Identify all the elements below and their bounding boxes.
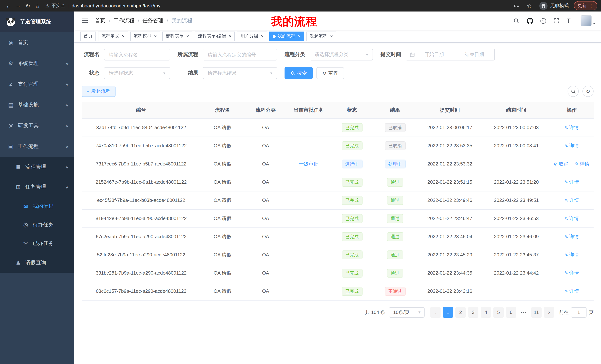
next-page-button[interactable]: ›	[544, 307, 554, 317]
detail-link[interactable]: ✎ 详情	[564, 197, 579, 203]
process-category: OA	[262, 161, 269, 167]
user-avatar-menu[interactable]: ▾	[581, 15, 595, 26]
page-size-select[interactable]: 10条/页 ▾	[389, 307, 425, 317]
grid-icon: ⊞	[15, 184, 21, 190]
sidebar-item-leave-query[interactable]: ♟ 请假查询	[0, 253, 74, 273]
search-button[interactable]: 搜索	[285, 67, 313, 79]
dashboard-icon: ◉	[7, 39, 14, 46]
create-process-button[interactable]: + 发起流程	[82, 86, 115, 97]
status-badge: 已完成	[341, 196, 362, 205]
current-task-link[interactable]: 一级审批	[299, 161, 318, 166]
status-select[interactable]: 请选择状态 ▾	[104, 67, 170, 79]
close-icon[interactable]: ×	[186, 34, 189, 38]
table-row: 3ad174fb-7b9d-11ec-8404-acde48001122 OA …	[82, 118, 594, 136]
page-jump-input[interactable]	[571, 307, 587, 317]
page-number-button[interactable]: 6	[506, 307, 516, 317]
detail-link[interactable]: ✎ 详情	[575, 161, 590, 167]
close-icon[interactable]: ×	[261, 34, 264, 38]
sidebar-item-my-process[interactable]: ✉ 我的流程	[0, 197, 74, 216]
page-tab[interactable]: 流程模型 ×	[130, 31, 160, 41]
breadcrumb-item[interactable]: 首页 /	[95, 18, 114, 24]
page-tab[interactable]: 首页	[80, 31, 96, 41]
result-label: 结果	[178, 70, 198, 77]
password-key-icon[interactable]	[513, 3, 519, 9]
sidebar-item-home[interactable]: ◉ 首页	[0, 32, 74, 53]
fullscreen-icon[interactable]	[553, 18, 559, 24]
sidebar-item-task-management[interactable]: ⊞ 任务管理 ∧	[0, 177, 74, 197]
detail-link[interactable]: ✎ 详情	[564, 142, 579, 149]
process-name: OA 请假	[214, 288, 231, 294]
submit-time-range-picker[interactable]: 开始日期 - 结束日期	[406, 49, 495, 60]
close-icon[interactable]: ×	[330, 34, 333, 38]
browser-update-menu[interactable]: 更新 ⋮	[574, 1, 597, 10]
sidebar-item-infrastructure[interactable]: ▤ 基础设施 ∨	[0, 95, 74, 115]
page-number-button[interactable]: 2	[455, 307, 466, 317]
breadcrumb-item[interactable]: 我的流程	[171, 18, 192, 24]
end-time: 2022-01-22 23:45:37	[494, 252, 539, 258]
process-name: OA 请假	[214, 234, 231, 239]
address-bar[interactable]: dashboard.yudao.iocoder.cn/bpm/task/my	[72, 3, 160, 8]
page-tab[interactable]: 流程表单-编辑 ×	[195, 31, 235, 41]
process-def-input[interactable]	[203, 49, 277, 60]
prev-page-button[interactable]: ‹	[430, 307, 441, 317]
detail-link[interactable]: ✎ 详情	[564, 288, 579, 294]
close-icon[interactable]: ×	[298, 34, 301, 38]
close-icon[interactable]: ×	[154, 34, 157, 38]
refresh-table-button[interactable]: ↻	[582, 86, 594, 97]
avatar[interactable]	[581, 15, 592, 26]
browser-back-button[interactable]: ←	[4, 1, 13, 10]
category-select[interactable]: 请选择流程分类 ▾	[310, 49, 373, 60]
browser-home-button[interactable]: ⌂	[33, 1, 42, 10]
page-number-button[interactable]: 1	[443, 307, 453, 317]
page-tab[interactable]: 用户分组 ×	[237, 31, 267, 41]
github-icon[interactable]	[527, 18, 533, 24]
browser-menu-dots-icon[interactable]: ⋮	[589, 3, 594, 9]
result-badge: 已取消	[385, 123, 405, 132]
page-number-button[interactable]: 5	[493, 307, 504, 317]
detail-link[interactable]: ✎ 详情	[564, 179, 579, 185]
detail-link[interactable]: ✎ 详情	[564, 124, 579, 131]
close-icon[interactable]: ×	[122, 34, 125, 38]
caret-down-icon: ▾	[593, 21, 595, 26]
page-number-button[interactable]: 4	[481, 307, 491, 317]
page-tab[interactable]: 流程表单 ×	[162, 31, 192, 41]
detail-link[interactable]: ✎ 详情	[564, 251, 579, 258]
close-icon[interactable]: ×	[229, 34, 232, 38]
browser-forward-button[interactable]: →	[13, 1, 23, 10]
result-select[interactable]: 请选择流结果 ▾	[203, 67, 277, 79]
page-tab[interactable]: 我的流程 ×	[269, 31, 304, 41]
browser-reload-button[interactable]: ↻	[23, 1, 33, 10]
page-number-button[interactable]: •••	[519, 307, 529, 317]
detail-link[interactable]: ✎ 详情	[564, 233, 579, 240]
detail-link[interactable]: ✎ 详情	[564, 269, 579, 276]
sidebar-item-devtools[interactable]: ⚒ 研发工具 ∨	[0, 115, 74, 136]
process-name-input[interactable]	[104, 49, 170, 60]
page-tab[interactable]: 流程定义 ×	[98, 31, 128, 41]
sidebar-item-todo-tasks[interactable]: ◎ 待办任务	[0, 216, 74, 234]
font-size-icon[interactable]: TT	[567, 18, 573, 24]
sidebar-item-workflow[interactable]: ▣ 工作流程 ∧	[0, 136, 74, 157]
filter-form: 流程名 所属流程 流程分类 请选择流程分类 ▾	[82, 49, 594, 79]
result-badge: 通过	[387, 268, 403, 277]
sidebar-item-system[interactable]: ⚙ 系统管理 ∨	[0, 53, 74, 74]
sidebar-toggle-button[interactable]	[80, 16, 89, 25]
breadcrumb-item[interactable]: 工作流程 /	[114, 18, 143, 24]
breadcrumb-item[interactable]: 任务管理 /	[143, 18, 172, 24]
submit-time: 2022-01-22 23:53:35	[427, 143, 472, 148]
toggle-search-button[interactable]	[568, 86, 579, 97]
security-indicator[interactable]: ⚠ 不安全	[45, 3, 65, 9]
detail-link[interactable]: ✎ 详情	[564, 215, 579, 222]
page-number-button[interactable]: 3	[468, 307, 478, 317]
cancel-icon: ⊘	[554, 161, 558, 166]
eye-icon: ◎	[22, 221, 29, 228]
cancel-link[interactable]: ⊘ 取消	[554, 161, 568, 167]
sidebar-item-process-management[interactable]: ≣ 流程管理 ∨	[0, 157, 74, 177]
sidebar-item-done-tasks[interactable]: ✂ 已办任务	[0, 234, 74, 253]
page-number-button[interactable]: 11	[531, 307, 541, 317]
sidebar-item-payment[interactable]: ¥ 支付管理 ∨	[0, 74, 74, 95]
reset-button[interactable]: ↻ 重置	[316, 67, 344, 79]
page-tab[interactable]: 发起流程 ×	[306, 31, 336, 41]
help-icon[interactable]: ?	[541, 18, 546, 24]
search-icon[interactable]	[513, 18, 519, 24]
bookmark-star-icon[interactable]: ☆	[524, 1, 534, 10]
